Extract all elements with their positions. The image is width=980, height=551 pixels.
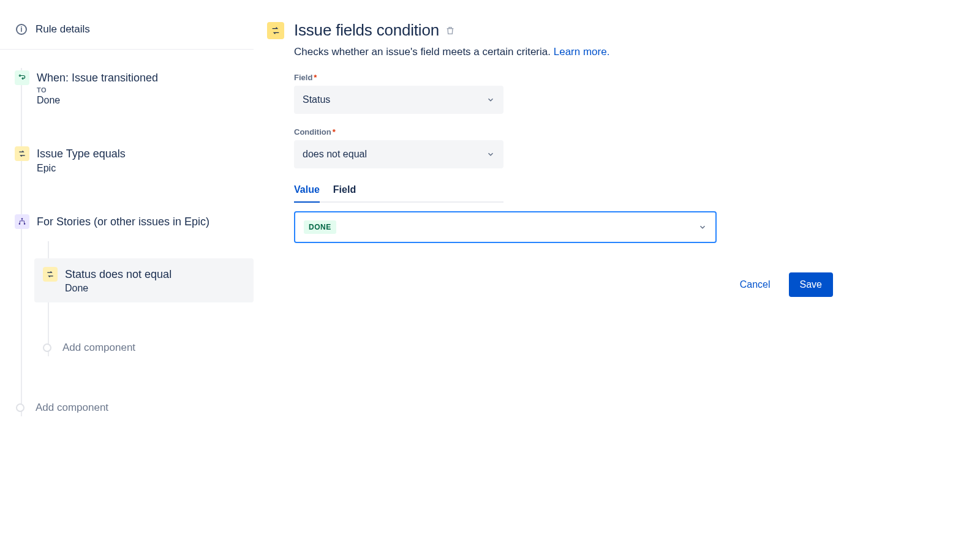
tab-value[interactable]: Value — [294, 182, 320, 201]
branch-condition-node-selected[interactable]: Status does not equal Done — [34, 258, 254, 302]
add-component-outer[interactable]: Add component — [16, 399, 254, 416]
condition-icon — [43, 267, 58, 282]
value-field-tabs: Value Field — [294, 182, 503, 203]
rule-details-header[interactable]: i Rule details — [0, 23, 254, 50]
branch-title: For Stories (or other issues in Epic) — [37, 214, 245, 229]
svg-rect-3 — [24, 223, 25, 224]
branch-icon — [15, 214, 29, 229]
tree-connector — [21, 68, 22, 416]
cancel-button[interactable]: Cancel — [729, 272, 782, 297]
rule-sidebar: i Rule details When: Issue transitioned … — [0, 0, 254, 551]
add-component-label: Add component — [36, 402, 108, 414]
add-component-label: Add component — [62, 342, 135, 354]
svg-rect-1 — [21, 218, 23, 219]
chevron-down-icon — [486, 150, 495, 159]
branch-condition-value: Done — [65, 283, 245, 294]
value-select[interactable]: DONE — [294, 211, 717, 243]
branch-condition-title: Status does not equal — [65, 267, 245, 282]
svg-point-0 — [19, 75, 20, 76]
chevron-down-icon — [486, 96, 495, 104]
transition-icon — [15, 70, 29, 85]
condition-select-value: does not equal — [303, 149, 367, 160]
add-dot-icon — [16, 403, 24, 412]
main-panel: Issue fields condition Checks whether an… — [254, 0, 805, 551]
trigger-sublabel: TO — [37, 86, 245, 94]
condition-title: Issue Type equals — [37, 146, 245, 161]
field-select-value: Status — [303, 94, 330, 105]
trigger-title: When: Issue transitioned — [37, 70, 245, 85]
trash-icon[interactable] — [445, 26, 455, 36]
page-title: Issue fields condition — [294, 21, 439, 40]
condition-icon — [15, 146, 29, 161]
chevron-down-icon — [698, 223, 707, 231]
value-lozenge: DONE — [304, 220, 336, 234]
condition-select[interactable]: does not equal — [294, 140, 503, 168]
branch-node[interactable]: For Stories (or other issues in Epic) — [0, 211, 254, 241]
rule-tree: When: Issue transitioned TO Done Issue T… — [0, 50, 254, 416]
field-select[interactable]: Status — [294, 86, 503, 114]
condition-header-icon — [267, 22, 284, 39]
trigger-value: Done — [37, 95, 245, 106]
description: Checks whether an issue's field meets a … — [294, 46, 805, 58]
add-dot-icon — [43, 343, 51, 352]
svg-rect-2 — [19, 223, 20, 224]
info-icon: i — [16, 24, 27, 35]
condition-label: Condition* — [294, 127, 805, 137]
learn-more-link[interactable]: Learn more. — [554, 46, 610, 58]
rule-details-label: Rule details — [36, 23, 90, 36]
save-button[interactable]: Save — [789, 272, 833, 297]
branch-children: Status does not equal Done Add component — [34, 241, 254, 356]
add-component-inner[interactable]: Add component — [43, 339, 254, 356]
condition-value: Epic — [37, 163, 245, 174]
field-label: Field* — [294, 73, 805, 82]
trigger-node[interactable]: When: Issue transitioned TO Done — [0, 67, 254, 117]
condition-issuetype-node[interactable]: Issue Type equals Epic — [0, 143, 254, 184]
tab-field[interactable]: Field — [333, 182, 356, 201]
